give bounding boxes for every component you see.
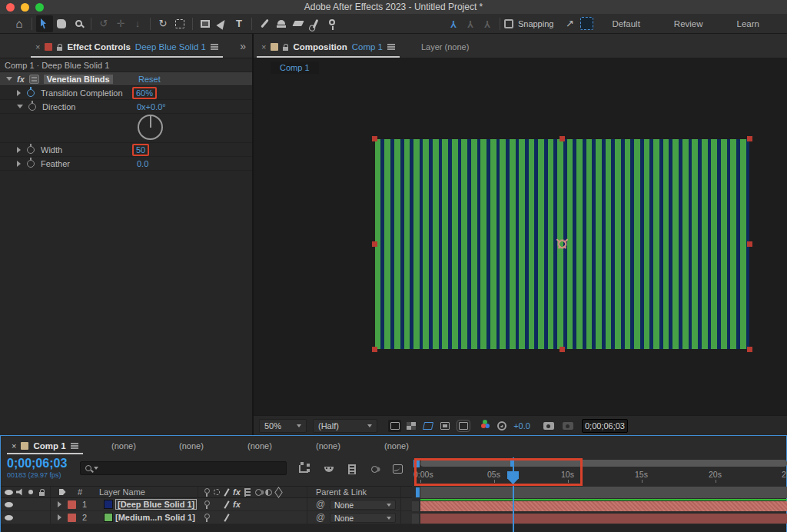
close-tab-icon[interactable]: × xyxy=(261,42,266,52)
shy-toggle[interactable] xyxy=(201,498,212,510)
width-value[interactable]: 50 xyxy=(132,144,149,156)
puppet-pin-tool[interactable] xyxy=(324,15,340,32)
hand-tool[interactable] xyxy=(53,15,70,32)
layer-anchor-point-icon[interactable] xyxy=(556,238,568,250)
comp-breadcrumb-chip[interactable]: Comp 1 xyxy=(271,62,319,74)
orbit-camera-tool[interactable]: ↺ xyxy=(95,15,112,32)
empty-viewer-tab[interactable]: (none) xyxy=(233,437,287,454)
parent-select[interactable]: None xyxy=(330,513,396,523)
workspace-learn[interactable]: Learn xyxy=(737,19,759,28)
graph-editor-icon[interactable] xyxy=(390,463,405,475)
rotation-tool[interactable]: ↻ xyxy=(154,15,171,32)
grid-guides-icon[interactable] xyxy=(457,420,470,432)
pick-whip-icon[interactable]: @ xyxy=(314,511,327,524)
stopwatch-icon[interactable] xyxy=(27,89,35,97)
workspace-default[interactable]: Default xyxy=(612,19,639,28)
selection-handle-br[interactable] xyxy=(747,347,752,352)
comp-viewer[interactable] xyxy=(254,58,787,415)
expand-arrow-icon[interactable] xyxy=(17,161,21,167)
expand-arrow-icon[interactable] xyxy=(55,511,64,524)
layer-name[interactable]: [Deep Blue Solid 1] xyxy=(115,499,197,510)
selection-tool[interactable] xyxy=(36,15,53,32)
layer-name[interactable]: [Medium...n Solid 1] xyxy=(115,513,195,522)
selection-handle-tl[interactable] xyxy=(372,136,377,141)
parent-select[interactable]: None xyxy=(330,500,396,510)
transparency-grid-icon[interactable] xyxy=(404,420,417,432)
expand-arrow-icon[interactable] xyxy=(17,90,21,96)
time-navigator-bracket[interactable] xyxy=(416,487,420,497)
empty-viewer-tab[interactable]: (none) xyxy=(301,437,355,454)
workspace-review[interactable]: Review xyxy=(674,19,703,28)
zoom-tool[interactable] xyxy=(70,15,87,32)
layer-label-color[interactable] xyxy=(66,511,77,524)
layer-duration-bar-1[interactable] xyxy=(420,501,787,511)
pan-behind-tool[interactable] xyxy=(171,15,188,32)
motion-blur-icon[interactable] xyxy=(367,463,382,475)
direction-dial[interactable] xyxy=(138,115,163,140)
collapse-arrow-icon[interactable] xyxy=(17,105,23,108)
selection-handle-bl[interactable] xyxy=(372,347,377,352)
selection-handle-bm[interactable] xyxy=(560,347,565,352)
pen-tool[interactable] xyxy=(214,15,231,32)
preview-time-display[interactable]: 0;00;06;03 xyxy=(582,419,628,433)
type-tool[interactable] xyxy=(231,15,247,32)
lock-icon[interactable] xyxy=(283,47,288,51)
tab-timeline-comp1[interactable]: × Comp 1 xyxy=(5,437,85,454)
roto-brush-tool[interactable] xyxy=(307,15,324,32)
resolution-select[interactable]: (Half) xyxy=(313,419,377,433)
empty-viewer-tab[interactable]: (none) xyxy=(164,437,218,454)
direction-value[interactable]: 0x+0.0° xyxy=(137,102,166,111)
layer-color-swatch[interactable] xyxy=(102,498,115,510)
collapse-arrow-icon[interactable] xyxy=(6,77,12,81)
mini-flowchart-icon[interactable] xyxy=(296,463,311,475)
visibility-eye-icon[interactable] xyxy=(2,498,15,510)
view-axis-mode[interactable] xyxy=(479,15,496,32)
snapping-checkbox[interactable] xyxy=(504,19,513,28)
close-tab-icon[interactable]: × xyxy=(35,42,40,52)
layer-color-swatch[interactable] xyxy=(102,511,115,524)
transition-completion-value[interactable]: 60% xyxy=(132,87,157,99)
panel-menu-icon[interactable] xyxy=(387,44,395,50)
eraser-tool[interactable] xyxy=(290,15,307,32)
dolly-camera-tool[interactable]: ↓ xyxy=(129,15,146,32)
pan-camera-tool[interactable]: ✛ xyxy=(112,15,129,32)
fast-previews-icon[interactable] xyxy=(388,420,401,432)
search-input[interactable] xyxy=(101,464,254,473)
tab-effect-controls[interactable]: × Effect Controls Deep Blue Solid 1 xyxy=(28,37,226,57)
lock-icon[interactable] xyxy=(57,47,62,51)
feather-value[interactable]: 0.0 xyxy=(137,159,148,168)
comp-stripes[interactable] xyxy=(375,139,749,349)
selection-handle-mr[interactable] xyxy=(747,241,752,247)
close-tab-icon[interactable]: × xyxy=(12,441,16,451)
tab-layer[interactable]: Layer (none) xyxy=(413,37,477,57)
empty-viewer-tab[interactable]: (none) xyxy=(97,437,151,454)
effect-name[interactable]: Venetian Blinds xyxy=(44,75,113,84)
effect-header-row[interactable]: fx Venetian Blinds Reset xyxy=(0,72,252,86)
rectangle-tool[interactable] xyxy=(197,15,214,32)
layer-row-1[interactable]: 1 [Deep Blue Solid 1] fx @ None xyxy=(1,498,412,511)
region-of-interest-icon[interactable] xyxy=(438,420,451,432)
layer-label-color[interactable] xyxy=(66,498,77,510)
show-snapshot-icon[interactable] xyxy=(561,420,574,432)
expand-arrow-icon[interactable] xyxy=(17,147,21,153)
parent-link-column-header[interactable]: Parent & Link xyxy=(316,487,377,497)
stopwatch-icon[interactable] xyxy=(27,146,35,154)
timeline-search-field[interactable] xyxy=(80,461,287,475)
home-icon[interactable]: ⌂ xyxy=(11,15,28,32)
panel-menu-icon[interactable] xyxy=(71,443,78,449)
frame-blending-icon[interactable] xyxy=(344,463,360,475)
selection-handle-tr[interactable] xyxy=(747,136,752,141)
layer-name-column-header[interactable]: Layer Name xyxy=(99,487,153,497)
panel-overflow-icon[interactable]: » xyxy=(240,40,244,52)
snapshot-icon[interactable] xyxy=(542,420,555,432)
current-time-display[interactable]: 0;00;06;03 xyxy=(7,457,67,470)
channel-rgb-icon[interactable] xyxy=(477,420,490,432)
quality-toggle[interactable] xyxy=(221,498,232,510)
world-axis-mode[interactable] xyxy=(462,15,479,32)
hide-shy-layers-icon[interactable] xyxy=(321,463,337,475)
reset-button[interactable]: Reset xyxy=(138,75,161,84)
brush-tool[interactable] xyxy=(256,15,273,32)
visibility-eye-icon[interactable] xyxy=(2,511,15,524)
exposure-icon[interactable] xyxy=(495,420,508,432)
exposure-value[interactable]: +0.0 xyxy=(509,419,535,433)
